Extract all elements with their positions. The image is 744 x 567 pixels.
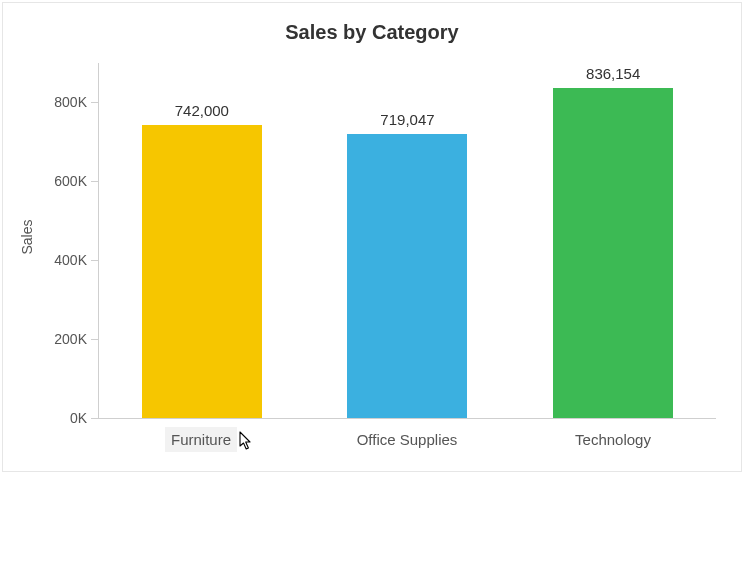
- y-tick-label: 600K: [54, 173, 87, 189]
- bar-value-label: 742,000: [175, 102, 229, 119]
- y-tick-label: 400K: [54, 252, 87, 268]
- bar-slot: 742,000: [99, 63, 305, 418]
- y-tick: [91, 102, 99, 103]
- y-tick-label: 800K: [54, 94, 87, 110]
- y-tick-label: 0K: [70, 410, 87, 426]
- x-axis-labels: FurnitureOffice SuppliesTechnology: [98, 421, 716, 451]
- bar[interactable]: 836,154: [553, 88, 673, 418]
- x-axis-label[interactable]: Furniture: [165, 427, 237, 452]
- y-axis-label: Sales: [19, 219, 35, 254]
- bars-container: 742,000719,047836,154: [99, 63, 716, 418]
- bar[interactable]: 719,047: [347, 134, 467, 418]
- chart-card: Sales by Category Sales 742,000719,04783…: [2, 2, 742, 472]
- x-axis-label[interactable]: Office Supplies: [351, 427, 464, 452]
- bar[interactable]: 742,000: [142, 125, 262, 418]
- y-tick: [91, 339, 99, 340]
- chart-title: Sales by Category: [3, 21, 741, 44]
- y-tick: [91, 260, 99, 261]
- bar-value-label: 836,154: [586, 65, 640, 82]
- x-axis-label[interactable]: Technology: [569, 427, 657, 452]
- plot-area: 742,000719,047836,154 0K200K400K600K800K: [98, 63, 716, 419]
- y-tick: [91, 181, 99, 182]
- bar-slot: 836,154: [510, 63, 716, 418]
- y-tick-label: 200K: [54, 331, 87, 347]
- bar-slot: 719,047: [305, 63, 511, 418]
- bar-value-label: 719,047: [380, 111, 434, 128]
- y-tick: [91, 418, 99, 419]
